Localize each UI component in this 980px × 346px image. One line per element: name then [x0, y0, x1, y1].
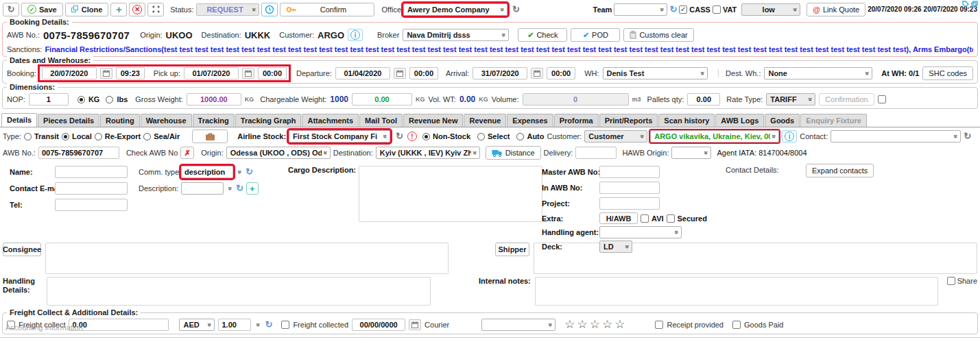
arrival-date-input[interactable] — [473, 67, 527, 79]
calendar-icon[interactable] — [394, 68, 406, 79]
internal-notes-textarea[interactable] — [535, 277, 938, 306]
rate-refresh-icon[interactable]: ↻ — [265, 320, 272, 330]
booking-time-input[interactable] — [116, 67, 145, 79]
comm-type-refresh-icon[interactable]: ↻ — [246, 167, 253, 177]
tab-warehouse[interactable]: Warehouse — [141, 114, 192, 127]
tag-icon[interactable] — [962, 1, 969, 8]
chargeable-weight-input[interactable] — [352, 93, 412, 106]
tab-tracking[interactable]: Tracking — [193, 114, 235, 127]
copy-icon[interactable] — [971, 1, 978, 8]
name-input[interactable] — [55, 166, 128, 178]
contact-refresh-icon[interactable]: ↻ — [964, 132, 971, 141]
master-awb-input[interactable] — [599, 166, 660, 178]
contact-select[interactable]: » — [830, 130, 961, 143]
goods-paid-checkbox[interactable] — [732, 321, 741, 329]
tab-revenue-new[interactable]: Revenue New — [403, 114, 464, 127]
lbs-radio[interactable] — [106, 96, 113, 103]
contact-email-input[interactable] — [55, 182, 128, 195]
gross-weight-input[interactable] — [187, 93, 241, 106]
warning-icon[interactable]: ! — [407, 132, 417, 141]
office-refresh-icon[interactable]: ↻ — [512, 5, 520, 14]
departure-time-input[interactable] — [409, 67, 438, 79]
nonstock-radio[interactable] — [422, 133, 430, 140]
tab-expenses[interactable]: Expenses — [507, 114, 553, 127]
expand-contacts-button[interactable]: Expand contacts — [806, 164, 874, 177]
calendar-icon[interactable] — [100, 68, 112, 79]
booking-date-input[interactable] — [42, 67, 97, 79]
freight-collected-checkbox[interactable] — [281, 321, 289, 329]
dest-wh-select[interactable]: None » — [764, 67, 872, 79]
pod-button[interactable]: ✔ POD — [571, 28, 620, 42]
receipt-provided-checkbox[interactable] — [655, 321, 663, 329]
awb-no-input[interactable] — [38, 147, 119, 159]
airline-stock-refresh-icon[interactable]: ↻ — [396, 132, 403, 141]
deck-select[interactable]: LD » — [599, 240, 632, 253]
collapse-button[interactable] — [147, 3, 164, 16]
tab-mail-tool[interactable]: Mail Tool — [359, 114, 403, 127]
tab-proforma[interactable]: Proforma — [554, 114, 599, 127]
calendar-icon[interactable] — [531, 68, 543, 79]
delivery-input[interactable] — [575, 147, 617, 159]
status-select[interactable]: REQUEST » — [196, 3, 259, 16]
arrival-time-input[interactable] — [547, 67, 575, 79]
customs-clear-button[interactable]: Customs clear — [623, 28, 693, 42]
tab-awb-logs[interactable]: AWB Logs — [715, 114, 764, 127]
pickup-date-input[interactable] — [184, 67, 239, 79]
briefcase-button[interactable] — [192, 129, 228, 143]
reexport-radio[interactable] — [95, 133, 102, 140]
chevron-down-icon[interactable]: » — [254, 321, 261, 328]
chevron-down-icon[interactable]: » — [236, 169, 243, 175]
rate-type-select[interactable]: TARIFF » — [766, 93, 815, 106]
add-description-button[interactable]: + — [246, 182, 259, 195]
confirmation-checkbox[interactable] — [878, 95, 886, 103]
consignee-textarea[interactable] — [45, 243, 449, 274]
star-icon[interactable]: ☆ — [577, 318, 589, 331]
project-input[interactable] — [599, 197, 660, 210]
star-icon[interactable]: ☆ — [590, 318, 602, 331]
rate-input[interactable] — [218, 319, 251, 331]
star-icon[interactable]: ☆ — [564, 318, 577, 331]
secured-checkbox[interactable] — [667, 214, 675, 223]
calendar-icon[interactable] — [409, 319, 421, 330]
save-button[interactable]: ✓Save — [21, 3, 63, 16]
description-refresh-icon[interactable]: ↻ — [236, 184, 243, 193]
destination-select[interactable]: Kyiv (UKKK , IEV) Kyiv Zhulia » — [376, 147, 480, 159]
avi-checkbox[interactable] — [641, 214, 649, 223]
tab-pieces-details[interactable]: Pieces Details — [38, 114, 99, 127]
local-radio[interactable] — [62, 133, 69, 140]
priority-select[interactable]: low » — [741, 3, 800, 16]
airline-stock-select[interactable]: First Stock Company Fi » — [289, 130, 390, 143]
hawb-origin-select[interactable]: » — [671, 147, 711, 159]
tab-goods[interactable]: Goods — [765, 114, 800, 127]
shipper-button[interactable]: Shipper — [495, 243, 529, 256]
tab-print-reports[interactable]: Print/Reports — [599, 114, 658, 127]
calendar-icon[interactable] — [242, 68, 254, 79]
check-button[interactable]: ✔ Check — [518, 28, 567, 42]
share-checkbox[interactable] — [947, 277, 955, 285]
freight-collected-date-input[interactable] — [352, 319, 405, 331]
cass-checkbox[interactable]: ✓ — [679, 5, 687, 14]
vat-checkbox[interactable] — [713, 5, 721, 14]
distance-button[interactable]: Distance — [486, 146, 541, 160]
tab-tracking-graph[interactable]: Tracking Graph — [235, 114, 302, 127]
comm-type-input[interactable] — [181, 166, 233, 178]
confirm-button[interactable]: Confirm — [280, 3, 374, 16]
in-awb-input[interactable] — [599, 182, 660, 194]
sanctions-text[interactable]: Financial Restrictions/Sanctions(test te… — [45, 45, 973, 53]
check-awb-button[interactable]: ✗ — [180, 147, 194, 159]
tab-scan-history[interactable]: Scan history — [658, 114, 715, 127]
office-select[interactable]: Awery Demo Company » — [403, 3, 507, 16]
currency-select[interactable]: AED » — [179, 319, 215, 331]
freight-collect-input[interactable] — [69, 319, 169, 331]
chevron-down-icon[interactable]: » — [226, 185, 233, 192]
customer-info-button-2[interactable]: i — [782, 130, 797, 143]
handling-details-textarea[interactable] — [47, 277, 431, 306]
auto-radio[interactable] — [516, 133, 524, 140]
nop-input[interactable] — [29, 93, 69, 106]
cargo-description-textarea[interactable] — [359, 166, 542, 222]
description-select[interactable] — [181, 182, 224, 195]
transit-radio[interactable] — [24, 133, 32, 140]
departure-date-input[interactable] — [335, 67, 390, 79]
history-button[interactable] — [261, 3, 278, 16]
customer-info-button[interactable]: i — [348, 29, 363, 41]
